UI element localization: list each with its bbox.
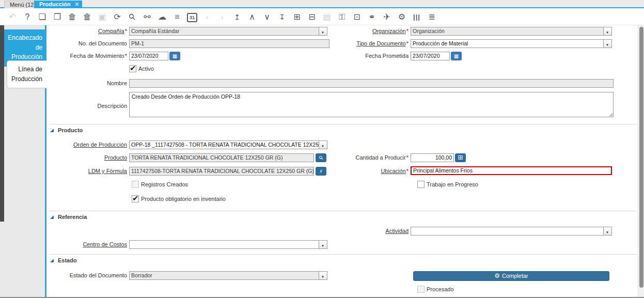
- nombre-label: Nombre: [48, 79, 127, 88]
- chevron-down-icon[interactable]: [319, 141, 327, 149]
- tab-produccion-label: Producción: [39, 1, 71, 7]
- collapse-triangle-icon: [50, 129, 54, 132]
- orden-produccion-combo[interactable]: OPP-18 _1117427508 - TORTA RENATA TRADIC…: [129, 140, 327, 149]
- gear-icon: ⚙: [494, 272, 500, 279]
- collapse-triangle-icon: [50, 215, 54, 219]
- report-icon[interactable]: ⊞: [292, 12, 302, 22]
- trabajo-progreso-checkbox[interactable]: [417, 181, 425, 188]
- orden-produccion-label[interactable]: Orden de Producción: [48, 140, 127, 149]
- producto-obligatorio-label: Producto obligatorio en inventario: [141, 195, 226, 203]
- no-documento-label: No. del Documento: [48, 39, 127, 48]
- scrollbar-thumb[interactable]: [639, 27, 643, 288]
- chevron-down-icon: [319, 272, 327, 279]
- grid-toggle-icon[interactable]: ≡: [172, 12, 182, 22]
- chevron-down-icon[interactable]: [319, 241, 327, 248]
- tipo-documento-combo[interactable]: Producción de Material: [411, 39, 612, 48]
- fecha-prometida-label: Fecha Prometida: [306, 52, 409, 60]
- ldm-input: 1117427508-TORTA RENATA TRADICIONAL CHOC…: [129, 167, 314, 176]
- window-tab-bar: Menú (12) Producción ✕: [0, 0, 644, 8]
- tab-side-panel: Encabezado de Producción Línea de Produc…: [0, 25, 46, 297]
- chevron-down-icon: [603, 27, 611, 35]
- chevron-down-icon[interactable]: [603, 227, 611, 235]
- collapsed-detail-strip[interactable]: [0, 25, 4, 222]
- estado-documento-label: Estado del Documento: [48, 271, 127, 280]
- no-documento-input: PM-1: [129, 39, 329, 48]
- refresh-icon[interactable]: ⟳: [112, 12, 122, 22]
- actividad-combo[interactable]: [411, 227, 612, 236]
- fecha-prometida-input[interactable]: 23/07/2020: [411, 52, 450, 60]
- calendar-icon[interactable]: 31: [187, 13, 197, 22]
- resize-grip-icon[interactable]: [609, 113, 612, 116]
- tab-menu-label: Menú (12): [10, 2, 36, 8]
- section-divider: [49, 254, 637, 255]
- section-estado[interactable]: Estado: [50, 257, 77, 263]
- registros-creados-label: Registros Creados: [141, 180, 188, 189]
- organizacion-combo: Organización: [411, 27, 612, 36]
- help-icon[interactable]: ?: [22, 12, 33, 22]
- trabajo-progreso-label: Trabajo en Progreso: [427, 180, 478, 189]
- workflow-icon[interactable]: ⚭: [367, 12, 377, 22]
- producto-label[interactable]: Producto: [48, 153, 127, 162]
- fecha-movimiento-input[interactable]: 23/07/2020: [129, 52, 168, 60]
- delete-selection-icon[interactable]: 🗑: [82, 12, 92, 22]
- procesado-label: Procesado: [427, 285, 454, 293]
- report-doc-icon[interactable]: ≣: [427, 12, 437, 22]
- actividad-label[interactable]: Actividad: [306, 227, 409, 236]
- copy-record-icon[interactable]: ❐: [52, 12, 62, 22]
- chevron-down-icon[interactable]: [603, 40, 611, 48]
- ldm-label[interactable]: LDM y Fórmula: [48, 167, 127, 176]
- fecha-movimiento-label: Fecha de Movimiento: [48, 52, 127, 60]
- ubicacion-input[interactable]: Principal Alimentos Frios: [411, 166, 612, 175]
- attachment-icon[interactable]: ⚯: [142, 12, 152, 22]
- delete-record-icon[interactable]: 🗑: [67, 12, 77, 22]
- lock-icon[interactable]: ⚿: [337, 12, 347, 22]
- send-icon[interactable]: ✈: [382, 12, 392, 22]
- vertical-scrollbar[interactable]: [638, 25, 644, 297]
- calendar-icon[interactable]: [169, 52, 180, 60]
- estado-documento-combo: Borrador: [129, 271, 327, 280]
- find-icon[interactable]: ⚲: [125, 10, 139, 24]
- tipo-documento-label[interactable]: Tipo de Documento: [306, 39, 409, 48]
- last-record-icon[interactable]: ↧: [277, 12, 287, 22]
- organizacion-label[interactable]: Organización: [306, 27, 409, 36]
- centro-costos-combo[interactable]: [129, 240, 327, 249]
- chat-icon[interactable]: ☁: [157, 12, 167, 22]
- zoom-across-icon[interactable]: ⊡: [352, 12, 362, 22]
- descripcion-label: Descripción: [48, 102, 127, 111]
- first-record-icon[interactable]: ↥: [232, 12, 242, 22]
- production-window: Menú (12) Producción ✕ ↶?❏❐🗑🗑▣⟳⚲⚯☁≡31‹›↥…: [0, 0, 644, 298]
- barcode-scan-icon[interactable]: |||: [412, 12, 422, 22]
- calendar-icon[interactable]: [451, 52, 462, 60]
- section-referencia[interactable]: Referencia: [50, 214, 87, 220]
- down-record-icon[interactable]: ∨: [262, 12, 272, 22]
- activo-checkbox[interactable]: [129, 65, 136, 72]
- toolbar: ↶?❏❐🗑🗑▣⟳⚲⚯☁≡31‹›↥∧∨↧⊞⊟▤⚿⊡⚭✈⚙|||≣: [0, 9, 644, 25]
- section-divider: [49, 211, 637, 211]
- centro-costos-label[interactable]: Centro de Costos: [48, 240, 127, 249]
- new-record-icon[interactable]: ❏: [37, 12, 48, 22]
- undo-icon: ↶: [7, 12, 18, 22]
- completar-button[interactable]: ⚙Completar: [413, 271, 609, 281]
- section-divider: [49, 124, 637, 124]
- close-icon[interactable]: ✕: [74, 1, 79, 8]
- up-record-icon[interactable]: ∧: [247, 12, 257, 22]
- section-producto[interactable]: Producto: [50, 127, 83, 133]
- production-form: Compañía Compañía Estándar Organización …: [48, 25, 638, 297]
- ubicacion-label[interactable]: Ubicación: [306, 167, 409, 176]
- archive-icon[interactable]: ⊟: [307, 12, 317, 22]
- cantidad-input[interactable]: 100,00: [411, 153, 454, 162]
- previous-record-icon: ‹: [202, 12, 212, 22]
- calculator-icon[interactable]: [455, 153, 466, 162]
- collapse-triangle-icon: [50, 259, 54, 262]
- producto-obligatorio-checkbox[interactable]: [132, 195, 139, 202]
- compania-label[interactable]: Compañía: [48, 27, 127, 36]
- save-icon: ▣: [97, 12, 107, 22]
- compania-combo: Compañía Estándar: [129, 27, 327, 36]
- tab-produccion[interactable]: Producción ✕: [34, 1, 82, 8]
- print-icon: ▤: [322, 12, 332, 22]
- descripcion-textarea[interactable]: Creado Desde Orden de Producción OPP-18: [129, 92, 614, 117]
- registros-creados-checkbox: [132, 181, 139, 188]
- process-icon[interactable]: ⚙: [397, 12, 407, 22]
- producto-input: TORTA RENATA TRADICIONAL CHOCOLATE 12X25…: [129, 153, 314, 162]
- sidebar-tab-linea[interactable]: Línea de Producción: [7, 60, 46, 88]
